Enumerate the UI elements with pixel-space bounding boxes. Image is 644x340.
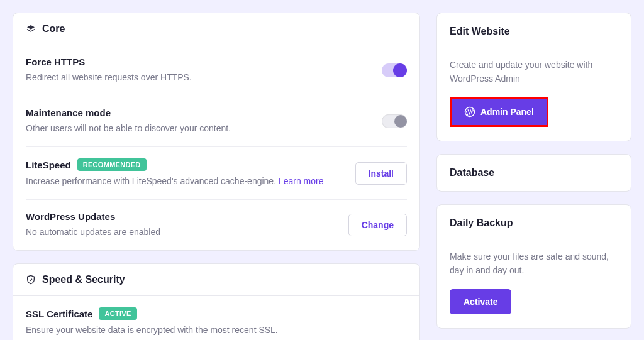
maintenance-title: Maintenance mode [26, 107, 382, 118]
security-card: Speed & Security SSL Certificate ACTIVE … [13, 263, 420, 340]
core-heading: Core [42, 23, 65, 35]
edit-website-card: Edit Website Create and update your webs… [436, 13, 631, 141]
maintenance-toggle[interactable] [382, 114, 407, 128]
shield-icon [26, 275, 36, 285]
litespeed-learn-more-link[interactable]: Learn more [279, 176, 324, 186]
force-https-toggle[interactable] [382, 63, 407, 77]
force-https-row: Force HTTPS Redirect all website request… [26, 45, 407, 96]
wordpress-icon [464, 106, 475, 118]
admin-panel-highlight: Admin Panel [450, 97, 548, 127]
admin-panel-label: Admin Panel [480, 107, 534, 117]
layers-icon [26, 24, 36, 34]
recommended-badge: RECOMMENDED [77, 158, 147, 171]
database-title: Database [450, 167, 618, 178]
admin-panel-button[interactable]: Admin Panel [452, 99, 547, 125]
litespeed-row: LiteSpeed RECOMMENDED Increase performan… [26, 147, 407, 200]
backup-title: Daily Backup [450, 217, 618, 229]
database-card[interactable]: Database [436, 154, 631, 192]
change-button[interactable]: Change [348, 214, 407, 236]
edit-website-desc: Create and update your website with Word… [450, 58, 618, 85]
activate-button[interactable]: Activate [450, 289, 511, 314]
force-https-desc: Redirect all website requests over HTTPS… [26, 71, 382, 84]
maintenance-desc: Other users will not be able to discover… [26, 122, 382, 135]
security-heading: Speed & Security [42, 274, 125, 285]
active-badge: ACTIVE [99, 307, 136, 320]
ssl-title: SSL Certificate [26, 309, 92, 319]
security-header: Speed & Security [13, 264, 419, 296]
backup-card: Daily Backup Make sure your files are sa… [436, 204, 631, 328]
maintenance-row: Maintenance mode Other users will not be… [26, 96, 407, 147]
updates-row: WordPress Updates No automatic updates a… [26, 200, 407, 250]
install-button[interactable]: Install [355, 162, 407, 185]
updates-title: WordPress Updates [26, 211, 348, 222]
litespeed-title: LiteSpeed [26, 160, 71, 170]
edit-website-title: Edit Website [450, 26, 618, 37]
core-card: Core Force HTTPS Redirect all website re… [13, 13, 420, 251]
updates-desc: No automatic updates are enabled [26, 226, 348, 239]
backup-desc: Make sure your files are safe and sound,… [450, 250, 618, 277]
core-header: Core [13, 13, 419, 45]
ssl-row: SSL Certificate ACTIVE Ensure your websi… [13, 296, 419, 340]
litespeed-desc: Increase performance with LiteSpeed's ad… [26, 176, 279, 186]
force-https-title: Force HTTPS [26, 57, 382, 67]
ssl-desc: Ensure your website data is encrypted wi… [26, 324, 407, 337]
